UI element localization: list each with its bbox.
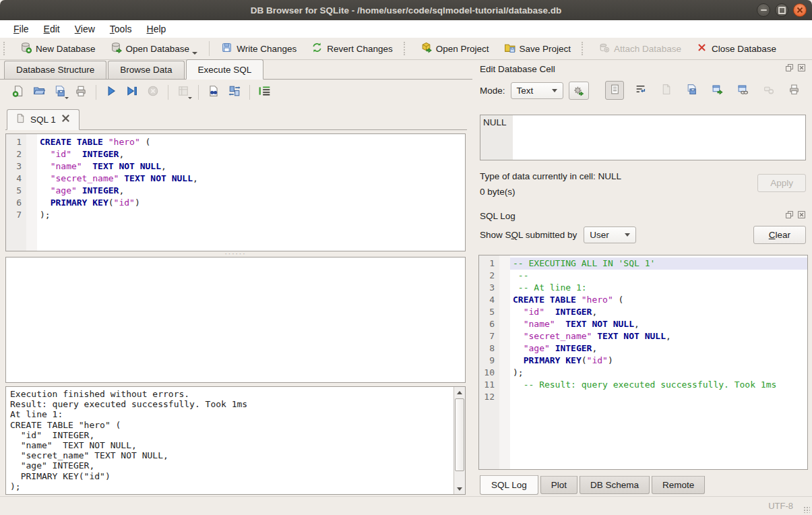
remove-link-button[interactable] [759,81,778,100]
apply-button[interactable]: Apply [757,174,806,192]
close-icon [797,7,803,13]
execute-sql-panel: SQL 1 1CREATE TABLE "hero" (2 "id" INTEG… [0,80,472,497]
word-wrap-button[interactable] [631,81,650,100]
fold-marker-icon[interactable] [499,258,510,270]
code-text: "name" TEXT NOT NULL, [37,160,465,173]
print-button[interactable] [72,84,90,101]
sql-log-view[interactable]: 1-- EXECUTING ALL IN 'SQL 1'2 --3 -- At … [478,255,808,470]
close-tab-icon[interactable] [61,113,71,125]
save-sql-file-button[interactable] [51,84,69,101]
results-grid[interactable] [5,257,466,383]
toolbar-button-label: New Database [36,44,96,54]
attach-database-icon [598,42,610,55]
save-project-button[interactable]: Save Project [498,39,577,58]
close-database-button[interactable]: Close Database [690,39,782,58]
dock-tab-plot[interactable]: Plot [540,476,577,494]
save-data-button[interactable] [682,81,701,100]
splitter-handle[interactable]: ······ [5,251,466,257]
mode-value: Text [517,86,534,96]
menu-tools[interactable]: Tools [103,22,139,36]
code-line: 8 "age" INTEGER, [479,342,807,355]
export-data-button[interactable] [708,81,726,100]
tab-execute-sql[interactable]: Execute SQL [186,59,264,80]
scroll-up-icon[interactable] [454,387,465,398]
find-button[interactable] [205,84,222,101]
revert-changes-button[interactable]: Revert Changes [305,39,399,58]
submitted-by-select[interactable]: User [584,226,636,243]
tab-database-structure[interactable]: Database Structure [4,61,106,79]
close-button[interactable] [793,3,807,17]
menu-view[interactable]: View [68,22,102,36]
dock-tab-db-schema[interactable]: DB Schema [580,476,650,494]
set-link-button[interactable] [733,81,752,100]
fold-marker-icon[interactable] [26,136,37,148]
close-dock-icon[interactable] [797,63,806,74]
toolbar-button-label: Save Project [520,44,571,54]
code-line: 1CREATE TABLE "hero" ( [6,136,465,148]
tab-sql-1[interactable]: SQL 1 [7,109,80,130]
execute-line-button[interactable] [123,84,141,101]
code-text: "secret_name" TEXT NOT NULL, [510,330,807,342]
stop-button[interactable] [144,84,162,101]
menu-edit[interactable]: Edit [37,22,67,36]
open-sql-file-button[interactable] [30,84,48,101]
new-sql-tab-button[interactable] [9,84,27,101]
code-line: 6 "name" TEXT NOT NULL, [479,318,807,330]
mode-select[interactable]: Text [511,82,563,99]
write-changes-icon [221,42,232,55]
new-database-icon [20,42,32,55]
text-mode-button[interactable] [605,81,624,100]
fold-marker-icon [26,160,37,173]
save-project-icon [504,42,516,55]
code-text: "secret_name" TEXT NOT NULL, [37,173,465,185]
toolbar-grip [3,42,9,55]
scrollbar-thumb[interactable] [455,398,464,471]
code-text: "name" TEXT NOT NULL, [510,318,807,330]
save-results-button[interactable] [175,84,192,101]
fold-marker-icon[interactable] [499,294,510,306]
float-dock-icon[interactable] [785,210,794,221]
export-data-icon [712,84,723,97]
find-replace-button[interactable] [226,84,243,101]
execute-all-button[interactable] [102,84,120,101]
code-line: 12 [479,391,807,403]
write-changes-button[interactable]: Write Changes [215,39,303,58]
dock-tab-remote[interactable]: Remote [652,476,705,494]
open-database-button[interactable]: Open Database [104,39,204,58]
minimize-icon [761,9,767,11]
open-project-button[interactable]: Open Project [414,39,495,58]
toolbar-separator [249,85,250,100]
import-data-button[interactable] [656,81,675,100]
new-database-button[interactable]: New Database [14,39,102,58]
clear-log-button[interactable]: Clear [753,226,806,244]
dock-tab-sql-log[interactable]: SQL Log [480,475,538,495]
maximize-button[interactable] [775,3,788,17]
toolbar-grip [404,42,410,55]
line-number: 7 [6,209,26,221]
code-line: 5 "age" INTEGER, [6,185,465,197]
cell-value-editor[interactable]: NULL [480,115,806,160]
resize-grip[interactable] [803,506,810,513]
status-bar: UTF-8 [0,496,812,515]
scroll-down-icon[interactable] [454,483,465,494]
cell-mode-row: Mode: Text [474,77,812,102]
menu-file[interactable]: File [7,22,36,36]
close-dock-icon[interactable] [797,210,806,221]
cell-size-info: 0 byte(s) [480,184,757,200]
execute-all-icon [105,85,117,100]
float-dock-icon[interactable] [785,63,794,74]
apply-data-button[interactable] [569,82,589,100]
attach-database-button[interactable]: Attach Database [592,39,687,58]
format-sql-button[interactable] [256,84,274,101]
execution-log-text: Execution finished without errors. Resul… [6,387,454,494]
sql-editor[interactable]: 1CREATE TABLE "hero" (2 "id" INTEGER,3 "… [5,133,466,251]
window-titlebar[interactable]: DB Browser for SQLite - /home/user/code/… [0,0,812,21]
print-cell-button[interactable] [784,81,803,100]
toolbar-button-label: Open Project [436,44,489,54]
scrollbar[interactable] [454,387,465,494]
fold-marker-icon [499,318,510,330]
sql-log-title: SQL Log [480,211,785,221]
menu-help[interactable]: Help [140,22,173,36]
tab-browse-data[interactable]: Browse Data [108,61,184,79]
minimize-button[interactable] [757,3,770,17]
